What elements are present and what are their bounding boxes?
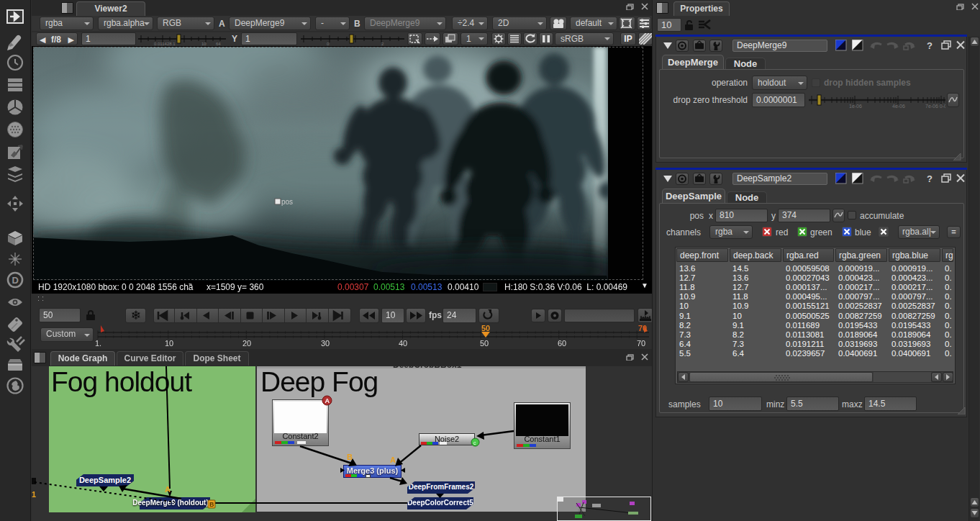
svg-text:70: 70 [638,325,647,332]
svg-text:4e-06: 4e-06 [892,104,905,109]
svg-text:20: 20 [242,339,251,348]
svg-text:50: 50 [480,339,489,348]
svg-text:D: D [12,275,19,286]
svg-text:30: 30 [321,339,330,348]
svg-text:40: 40 [399,339,407,348]
svg-text:A: A [165,485,171,494]
svg-text:1e-06: 1e-06 [849,104,862,109]
svg-text:A: A [390,456,396,464]
svg-text:60: 60 [558,339,566,348]
svg-text:10: 10 [165,339,173,348]
svg-text:1.: 1. [95,339,101,348]
svg-text:7e-06 0-0.: 7e-06 0-0. [925,104,945,109]
svg-text:B: B [209,501,214,508]
svg-text:B: B [347,453,353,461]
svg-text:50: 50 [481,325,490,332]
svg-text:70: 70 [637,339,645,348]
svg-text:1: 1 [32,490,36,499]
